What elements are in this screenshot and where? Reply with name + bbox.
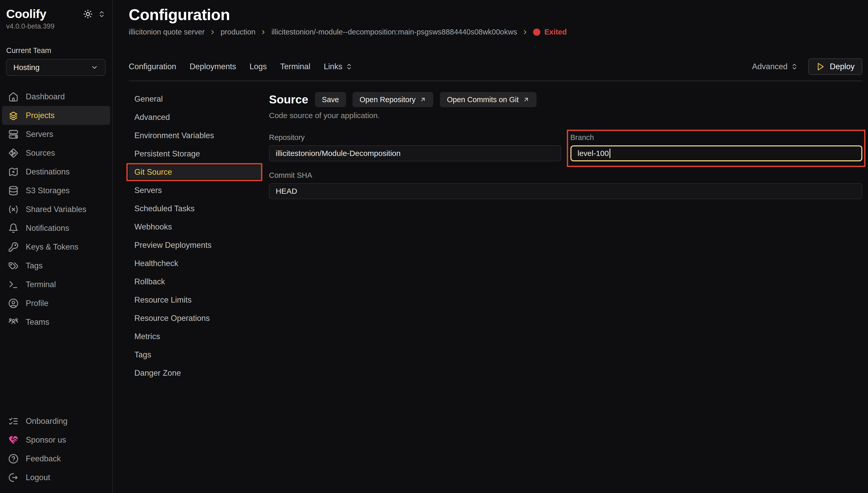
sidebar-item-label: Feedback <box>26 454 61 464</box>
sidebar-item-onboarding[interactable]: Onboarding <box>2 412 110 430</box>
text-caret <box>610 149 610 158</box>
sidebar-item-terminal[interactable]: Terminal <box>2 275 110 294</box>
sidebar-item-logout[interactable]: Logout <box>2 468 110 487</box>
chevron-down-icon <box>91 64 98 71</box>
advanced-dropdown[interactable]: Advanced <box>752 62 798 71</box>
tab-links[interactable]: Links <box>324 62 353 71</box>
subnav-item-metrics[interactable]: Metrics <box>129 329 261 343</box>
sidebar-item-label: Dashboard <box>26 92 65 101</box>
arrow-up-right-icon <box>420 96 426 103</box>
subnav-item-label: Metrics <box>134 332 160 341</box>
commit-sha-label: Commit SHA <box>269 171 862 179</box>
subnav-item-label: General <box>134 94 163 103</box>
sidebar-item-servers[interactable]: Servers <box>2 125 110 144</box>
database-icon <box>8 186 19 196</box>
sidebar-item-label: Tags <box>26 261 42 271</box>
subnav-item-servers[interactable]: Servers <box>129 184 261 197</box>
bell-icon <box>8 223 19 233</box>
sidebar-item-label: Destinations <box>26 167 70 176</box>
sidebar-item-feedback[interactable]: Feedback <box>2 449 110 468</box>
tags-icon <box>8 261 19 271</box>
variables-icon <box>8 204 19 215</box>
app-logo[interactable]: Coolify <box>6 7 46 21</box>
open-commits-label: Open Commits on Git <box>447 95 519 104</box>
subnav-item-general[interactable]: General <box>129 92 261 106</box>
tabs: ConfigurationDeploymentsLogsTerminalLink… <box>129 62 353 71</box>
subnav-item-preview-deployments[interactable]: Preview Deployments <box>129 238 261 252</box>
save-button[interactable]: Save <box>315 92 346 107</box>
subnav-item-persistent-storage[interactable]: Persistent Storage <box>129 147 261 161</box>
sidebar-item-tags[interactable]: Tags <box>2 256 110 275</box>
status-badge: Exited <box>533 28 567 36</box>
sidebar-item-s3-storages[interactable]: S3 Storages <box>2 181 110 200</box>
subnav-item-resource-limits[interactable]: Resource Limits <box>129 293 261 307</box>
subnav-item-git-source[interactable]: Git Source <box>129 165 261 179</box>
subnav-item-label: Healthcheck <box>134 259 178 268</box>
commit-sha-input[interactable]: HEAD <box>269 183 862 199</box>
commit-sha-field: Commit SHA HEAD <box>269 171 862 199</box>
tab-logs[interactable]: Logs <box>250 62 267 71</box>
sidebar-item-profile[interactable]: Profile <box>2 294 110 313</box>
tab-terminal[interactable]: Terminal <box>280 62 311 71</box>
breadcrumb: illicitonion quote server production ill… <box>129 28 862 36</box>
list-checks-icon <box>8 416 19 426</box>
sidebar-item-destinations[interactable]: Destinations <box>2 163 110 181</box>
sidebar-item-notifications[interactable]: Notifications <box>2 219 110 237</box>
sidebar-item-shared-variables[interactable]: Shared Variables <box>2 200 110 219</box>
repository-input[interactable]: illicitestonion/Module-Decomposition <box>269 145 561 161</box>
sidebar-item-label: Sources <box>26 148 55 158</box>
sidebar-footer-nav: OnboardingSponsor usFeedbackLogout <box>0 412 112 487</box>
sidebar-item-label: Shared Variables <box>26 205 86 214</box>
tabs-row: ConfigurationDeploymentsLogsTerminalLink… <box>129 59 862 81</box>
subnav-item-resource-operations[interactable]: Resource Operations <box>129 311 261 325</box>
chevrons-up-down-icon[interactable] <box>98 10 106 18</box>
team-select[interactable]: Hosting <box>6 59 106 76</box>
subnav-item-rollback[interactable]: Rollback <box>129 275 261 289</box>
sidebar-item-keys-tokens[interactable]: Keys & Tokens <box>2 237 110 256</box>
commit-sha-value: HEAD <box>276 187 297 196</box>
tab-label: Links <box>324 62 342 71</box>
home-icon <box>8 92 19 102</box>
config-subnav: GeneralAdvancedEnvironment VariablesPers… <box>129 92 269 493</box>
server-icon <box>8 129 19 140</box>
chevron-right-icon <box>260 29 267 36</box>
theme-toggle-sun-icon[interactable] <box>83 9 93 19</box>
sidebar-item-label: Notifications <box>26 223 69 233</box>
subnav-item-danger-zone[interactable]: Danger Zone <box>129 366 261 380</box>
subnav-item-label: Persistent Storage <box>134 149 200 158</box>
branch-input[interactable]: level-100 <box>570 145 863 161</box>
sidebar-item-label: Teams <box>26 318 49 327</box>
subnav-item-label: Git Source <box>134 168 172 176</box>
subnav-item-advanced[interactable]: Advanced <box>129 110 261 124</box>
sidebar: Coolify v4.0.0-beta.399 Current Team Hos… <box>0 0 113 493</box>
open-commits-button[interactable]: Open Commits on Git <box>440 92 536 107</box>
breadcrumb-resource[interactable]: illicitestonion/-module--decomposition:m… <box>271 28 517 36</box>
current-team-label: Current Team <box>0 46 112 55</box>
subnav-item-webhooks[interactable]: Webhooks <box>129 220 261 234</box>
sidebar-item-projects[interactable]: Projects <box>2 106 110 125</box>
sidebar-item-label: Terminal <box>26 280 56 289</box>
sidebar-item-teams[interactable]: Teams <box>2 313 110 331</box>
subnav-item-healthcheck[interactable]: Healthcheck <box>129 257 261 271</box>
chevron-right-icon <box>522 29 528 36</box>
tab-label: Logs <box>250 62 267 71</box>
sidebar-item-dashboard[interactable]: Dashboard <box>2 87 110 106</box>
tab-deployments[interactable]: Deployments <box>189 62 236 71</box>
sidebar-item-label: Servers <box>26 130 53 139</box>
layers-icon <box>8 110 19 121</box>
branch-label: Branch <box>570 133 863 142</box>
repository-value: illicitestonion/Module-Decomposition <box>276 149 401 158</box>
deploy-button[interactable]: Deploy <box>808 59 863 75</box>
tab-configuration[interactable]: Configuration <box>129 62 176 71</box>
breadcrumb-project[interactable]: illicitonion quote server <box>129 28 205 36</box>
sidebar-item-sources[interactable]: Sources <box>2 144 110 163</box>
subnav-item-tags[interactable]: Tags <box>129 348 261 362</box>
deploy-label: Deploy <box>830 62 855 71</box>
sidebar-item-sponsor-us[interactable]: Sponsor us <box>2 430 110 449</box>
log-out-icon <box>8 472 19 483</box>
save-label: Save <box>322 95 339 104</box>
subnav-item-environment-variables[interactable]: Environment Variables <box>129 129 261 143</box>
subnav-item-scheduled-tasks[interactable]: Scheduled Tasks <box>129 202 261 216</box>
breadcrumb-environment[interactable]: production <box>220 28 255 36</box>
open-repository-button[interactable]: Open Repository <box>353 92 433 107</box>
